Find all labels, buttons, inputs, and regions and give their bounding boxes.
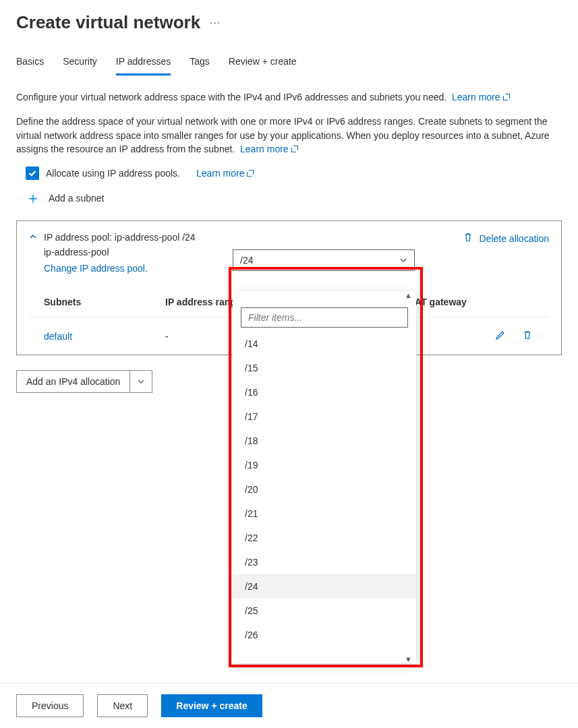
prefix-dropdown: ▲ /14/15/16/17/18/19/20/21/22/23/24/25/2…: [233, 291, 416, 663]
dropdown-option[interactable]: /17: [233, 404, 416, 429]
tab-tags[interactable]: Tags: [190, 52, 210, 75]
dropdown-filter-input[interactable]: [241, 307, 408, 328]
scroll-up-arrow[interactable]: ▲: [233, 291, 416, 299]
change-pool-link[interactable]: Change IP address pool.: [44, 263, 233, 274]
page-title: Create virtual network: [16, 12, 200, 33]
prefix-select[interactable]: /24: [233, 249, 415, 271]
allocation-title: IP address pool: ip-address-pool /24: [44, 232, 196, 243]
dropdown-option[interactable]: /19: [233, 453, 416, 477]
dropdown-option[interactable]: /24: [233, 574, 416, 599]
chevron-down-icon: [137, 377, 145, 386]
intro-text-1: Configure your virtual network address s…: [16, 90, 562, 104]
tab-review-create[interactable]: Review + create: [229, 52, 297, 75]
delete-allocation-label: Delete allocation: [479, 233, 549, 244]
scroll-down-arrow[interactable]: ▼: [233, 655, 416, 663]
allocate-pools-checkbox[interactable]: [26, 166, 39, 180]
plus-icon: ＋: [26, 191, 40, 206]
dropdown-option[interactable]: /22: [233, 526, 416, 550]
intro1-body: Configure your virtual network address s…: [16, 92, 446, 102]
dropdown-option[interactable]: /15: [233, 356, 416, 380]
review-create-button[interactable]: Review + create: [161, 694, 262, 717]
add-subnet-label: Add a subnet: [49, 193, 105, 204]
tab-ip-addresses[interactable]: IP addresses: [116, 52, 171, 75]
next-button[interactable]: Next: [97, 694, 148, 717]
collapse-icon[interactable]: [29, 233, 37, 243]
more-icon[interactable]: ···: [210, 17, 221, 29]
dropdown-option[interactable]: /25: [233, 599, 416, 623]
dropdown-list[interactable]: /14/15/16/17/18/19/20/21/22/23/24/25/26: [233, 332, 416, 655]
allocate-pools-label: Allocate using IP address pools.: [46, 168, 180, 179]
learn-more-link-2[interactable]: Learn more: [240, 144, 298, 154]
delete-subnet-button[interactable]: [522, 330, 549, 342]
add-ipv4-label: Add an IPv4 allocation: [17, 371, 129, 392]
dropdown-option[interactable]: /21: [233, 502, 416, 526]
pool-name-label: ip-address-pool: [44, 247, 233, 257]
col-subnets: Subnets: [44, 297, 165, 307]
add-ipv4-allocation-button[interactable]: Add an IPv4 allocation: [16, 370, 152, 393]
subnet-name-link[interactable]: default: [44, 331, 165, 342]
dropdown-option[interactable]: /18: [233, 429, 416, 453]
add-subnet-button[interactable]: ＋ Add a subnet: [26, 191, 562, 206]
edit-subnet-button[interactable]: [495, 330, 522, 342]
delete-allocation-button[interactable]: Delete allocation: [463, 232, 549, 245]
trash-icon: [463, 232, 473, 245]
add-ipv4-caret[interactable]: [130, 371, 152, 392]
dropdown-option[interactable]: /26: [233, 623, 416, 647]
dropdown-option[interactable]: /23: [233, 550, 416, 574]
dropdown-option[interactable]: /14: [233, 332, 416, 356]
previous-button[interactable]: Previous: [16, 694, 84, 717]
prefix-selected-value: /24: [240, 255, 253, 266]
tab-bar: BasicsSecurityIP addressesTagsReview + c…: [16, 52, 562, 75]
intro-text-2: Define the address space of your virtual…: [16, 115, 562, 156]
chevron-down-icon: [399, 256, 407, 264]
learn-more-link-3[interactable]: Learn more: [196, 168, 254, 179]
wizard-footer: Previous Next Review + create: [0, 683, 578, 728]
dropdown-option[interactable]: /16: [233, 380, 416, 404]
tab-security[interactable]: Security: [63, 52, 97, 75]
dropdown-option[interactable]: /20: [233, 477, 416, 502]
tab-basics[interactable]: Basics: [16, 52, 44, 75]
learn-more-link-1[interactable]: Learn more: [452, 92, 510, 102]
